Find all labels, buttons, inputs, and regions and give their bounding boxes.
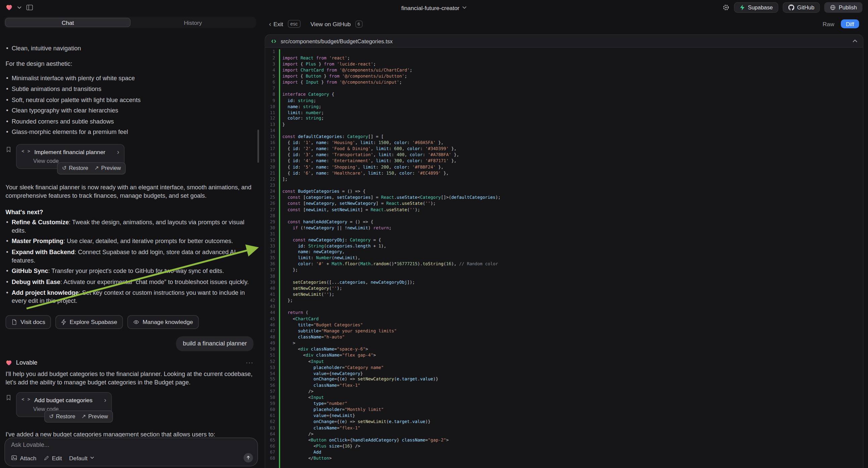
attach-button[interactable]: Attach xyxy=(11,455,37,461)
code-line: 15const defaultCategories: Category[] = … xyxy=(265,134,863,140)
code-line: 10 name: string; xyxy=(265,104,863,110)
code-line: 26 const [newCategory, setNewCategory] =… xyxy=(265,201,863,207)
code-line: 8interface Category { xyxy=(265,92,863,98)
settings-gear-icon[interactable] xyxy=(722,4,730,11)
bullet-item: Clean, intuitive navigation xyxy=(5,44,253,53)
edit-card-row: < > Implement financial planner › View c… xyxy=(5,144,124,169)
diff-added-bar xyxy=(279,49,280,468)
github-icon xyxy=(788,4,794,10)
github-label: GitHub xyxy=(797,4,814,10)
bullet-item: Soft, neutral color palette with light b… xyxy=(5,96,253,104)
restore-preview-toolbar: ↺Restore ↗Preview xyxy=(57,163,126,175)
message-menu-button[interactable]: ··· xyxy=(246,358,254,367)
bullet-item: Add project knowledge: Set key context o… xyxy=(5,289,253,305)
github-button[interactable]: GitHub xyxy=(783,2,820,13)
restore-button[interactable]: ↺Restore xyxy=(49,413,75,420)
code-line: 19 { id: '4', name: 'Entertainment', lim… xyxy=(265,158,863,165)
lovable-heart-icon xyxy=(5,359,12,366)
code-editor[interactable]: 12import React from 'react';3import { Pl… xyxy=(265,48,863,468)
code-line: 37 }; xyxy=(265,268,863,273)
code-line: 31 xyxy=(265,231,863,237)
restore-icon: ↺ xyxy=(62,165,67,172)
code-line: 22]; xyxy=(265,177,863,183)
mode-select[interactable]: Default xyxy=(69,455,94,461)
code-line: 27 const [newLimit, setNewLimit] = React… xyxy=(265,207,863,213)
code-line: 5import { Button } from '@/components/ui… xyxy=(265,74,863,80)
explore-supabase-button[interactable]: Explore Supabase xyxy=(55,315,123,329)
publish-button[interactable]: Publish xyxy=(825,2,863,13)
workspace-chevron-down-icon[interactable] xyxy=(17,6,22,9)
code-line: 21 { id: '6', name: 'Healthcare', limit:… xyxy=(265,171,863,177)
code-line: 46 title="Budget Categories" xyxy=(265,322,863,328)
bullet-item: Rounded corners and subtle shadows xyxy=(5,117,253,125)
bullet-item: Expand with Backend: Connect Supabase to… xyxy=(5,248,253,265)
code-line: 32 const newCategoryObj: Category = { xyxy=(265,237,863,243)
code-line: 7 xyxy=(265,86,863,92)
project-switcher[interactable]: financial-future-creator xyxy=(401,4,467,11)
edit-card-row: < > Add budget categories › View code ↺R… xyxy=(5,392,112,417)
raw-toggle[interactable]: Raw xyxy=(823,21,834,27)
code-panel: ‹ Exit esc View on GitHub 6 Raw Diff src… xyxy=(260,15,868,468)
edit-card-title: Implement financial planner xyxy=(34,148,105,156)
code-line: 54 value={newCategory} xyxy=(265,371,863,377)
code-line: 29 const handleAddCategory = () => { xyxy=(265,219,863,225)
bolt-icon xyxy=(61,319,66,325)
code-line: 68 </Button> xyxy=(265,456,863,462)
code-line: 59 type="number" xyxy=(265,401,863,407)
restore-button[interactable]: ↺Restore xyxy=(62,165,88,172)
code-line: 56 className="flex-1" xyxy=(265,383,863,389)
restore-preview-toolbar: ↺Restore ↗Preview xyxy=(44,411,113,423)
bookmark-icon xyxy=(5,394,11,417)
code-line: 55 onChange={(e) => setNewCategory(e.tar… xyxy=(265,377,863,383)
chat-input[interactable] xyxy=(11,441,251,448)
project-title: financial-future-creator xyxy=(401,4,459,11)
exit-button[interactable]: ‹ Exit xyxy=(269,20,283,28)
diff-toggle[interactable]: Diff xyxy=(841,20,859,28)
code-lines: 12import React from 'react';3import { Pl… xyxy=(265,49,863,462)
collapse-chevron-icon[interactable] xyxy=(852,39,858,42)
bullet-item: GitHub Sync: Transfer your project's cod… xyxy=(5,267,253,275)
assistant-name: Lovable xyxy=(16,358,38,367)
design-bullet-list: Minimalist interface with plenty of whit… xyxy=(5,74,253,136)
send-button[interactable] xyxy=(244,453,253,463)
chevron-left-icon: ‹ xyxy=(269,20,272,28)
code-line: 24const BudgetCategories = () => { xyxy=(265,189,863,195)
visit-docs-button[interactable]: Visit docs xyxy=(5,315,51,329)
edit-card-title: Add budget categories xyxy=(34,396,92,404)
chevron-right-icon: › xyxy=(96,397,106,403)
code-line: 57 /> xyxy=(265,389,863,395)
quick-actions: Visit docs Explore Supabase Manage knowl… xyxy=(5,315,253,329)
bullet-item: Refine & Customize: Tweak the design, an… xyxy=(5,218,253,235)
manage-knowledge-button[interactable]: Manage knowledge xyxy=(127,315,198,329)
tab-chat[interactable]: Chat xyxy=(5,18,131,27)
preview-button[interactable]: ↗Preview xyxy=(94,165,121,172)
code-line: 58 <Input xyxy=(265,395,863,401)
code-line: 63 className="flex-1" xyxy=(265,426,863,431)
bullet-item: Clean typography with clear hierarchies xyxy=(5,107,253,115)
code-line: 1 xyxy=(265,49,863,55)
restore-icon: ↺ xyxy=(49,413,54,420)
code-line: 47 subtitle="Manage your spending limits… xyxy=(265,328,863,334)
code-line: 51 <div className="flex gap-4"> xyxy=(265,352,863,358)
supabase-button[interactable]: Supabase xyxy=(734,2,778,13)
tab-history[interactable]: History xyxy=(130,18,255,27)
docs-icon xyxy=(11,319,17,325)
code-brackets-icon: < > xyxy=(22,397,30,403)
code-brackets-icon: < > xyxy=(22,149,30,155)
code-line: 14 xyxy=(265,128,863,134)
view-on-github-link[interactable]: View on GitHub xyxy=(310,21,351,27)
supabase-bolt-icon xyxy=(740,4,745,10)
code-line: 52 <Input xyxy=(265,358,863,364)
bullet-item: Glass-morphic elements for a premium fee… xyxy=(5,128,253,136)
chat-panel: Chat History Clean, intuitive navigation… xyxy=(0,15,260,468)
preview-button[interactable]: ↗Preview xyxy=(82,413,108,420)
sidebar-toggle-icon[interactable] xyxy=(26,4,33,11)
edit-button[interactable]: Edit xyxy=(43,455,62,461)
chat-scrollbar[interactable] xyxy=(257,129,259,163)
lovable-logo-heart-icon[interactable] xyxy=(5,4,12,11)
chevron-down-icon xyxy=(462,6,467,9)
code-line: 20 { id: '5', name: 'Shopping', limit: 2… xyxy=(265,165,863,171)
code-line: 17 { id: '2', name: 'Food & Dining', lim… xyxy=(265,146,863,152)
code-line: 45 <ChartCard xyxy=(265,316,863,322)
bullet-item: Debug with Ease: Activate our experiment… xyxy=(5,277,253,286)
